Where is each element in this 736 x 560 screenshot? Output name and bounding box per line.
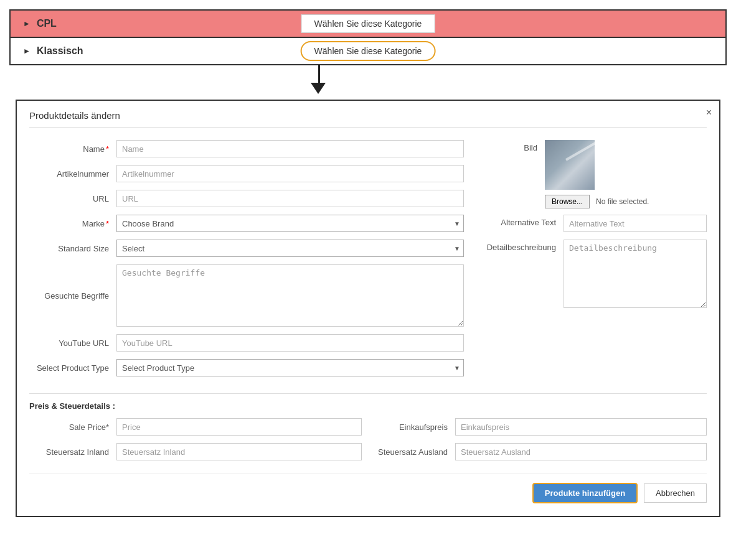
steuersatz-ausland-input[interactable]: [455, 443, 707, 460]
product-image-svg: [545, 140, 595, 190]
standard-size-label: Standard Size: [29, 244, 116, 253]
arrow-stem: [318, 65, 320, 84]
url-input[interactable]: [116, 190, 464, 207]
steuersatz-row: Steuersatz Inland Steuersatz Ausland: [29, 443, 707, 460]
youtube-label: YouTube URL: [29, 338, 116, 348]
name-input[interactable]: [116, 140, 464, 157]
category-row-cpl: ► CPL Wählen Sie diese Kategorie: [11, 11, 725, 37]
url-label: URL: [29, 194, 116, 203]
marke-label: Marke*: [29, 219, 116, 228]
browse-button[interactable]: Browse...: [545, 195, 590, 208]
modal-close-button[interactable]: ×: [706, 107, 712, 118]
steuersatz-ausland-label: Steuersatz Ausland: [374, 447, 455, 457]
product-type-select[interactable]: Select Product Type: [116, 359, 464, 376]
modal-footer: Produkte hinzufügen Abbrechen: [29, 473, 707, 503]
cancel-button[interactable]: Abbrechen: [644, 483, 707, 503]
youtube-row: YouTube URL: [29, 334, 464, 352]
price-section: Preis & Steuerdetails : Sale Price* Eink…: [29, 393, 707, 460]
standard-size-row: Standard Size Select ▼: [29, 240, 464, 257]
einkaufspreis-input[interactable]: [455, 418, 707, 436]
category-row-klassisch: ► Klassisch Wählen Sie diese Kategorie: [11, 37, 725, 64]
modal-title: Produktdetails ändern: [29, 110, 707, 128]
form-right: Bild: [483, 140, 707, 384]
gesuchte-row: Gesuchte Begriffe: [29, 264, 464, 327]
steuersatz-inland-input[interactable]: [116, 443, 362, 460]
marke-row: Marke* Choose Brand ▼: [29, 215, 464, 232]
brand-select-wrapper: Choose Brand ▼: [116, 215, 464, 232]
alt-text-label: Alternative Text: [483, 215, 564, 227]
price-section-title: Preis & Steuerdetails :: [29, 401, 707, 411]
detail-label: Detailbeschreibung: [483, 240, 564, 252]
product-type-select-wrapper: Select Product Type ▼: [116, 359, 464, 376]
gesuchte-label: Gesuchte Begriffe: [29, 291, 116, 301]
submit-button[interactable]: Produkte hinzufügen: [532, 483, 638, 503]
size-select-wrapper: Select ▼: [116, 240, 464, 257]
svg-point-1: [562, 144, 595, 166]
size-select[interactable]: Select: [116, 240, 464, 257]
name-label: Name*: [29, 144, 116, 154]
alt-text-row: Alternative Text: [483, 215, 707, 232]
name-row: Name*: [29, 140, 464, 157]
cpl-select-button[interactable]: Wählen Sie diese Kategorie: [301, 14, 435, 33]
sale-price-input[interactable]: [116, 418, 362, 436]
bild-section: Bild: [483, 140, 707, 190]
modal-dialog: Produktdetails ändern × Name* Artikelnum…: [16, 100, 720, 517]
browse-row: Browse... No file selected.: [483, 195, 707, 208]
detail-textarea[interactable]: [564, 240, 707, 308]
klassisch-arrow-icon: ►: [23, 47, 31, 55]
product-image: [545, 140, 595, 190]
sale-price-label: Sale Price*: [29, 422, 116, 432]
artikelnummer-row: Artikelnummer: [29, 165, 464, 182]
url-row: URL: [29, 190, 464, 207]
detail-row: Detailbeschreibung: [483, 240, 707, 308]
cpl-arrow-icon: ►: [23, 19, 31, 28]
arrow-indicator: [9, 65, 727, 96]
artikelnummer-input[interactable]: [116, 165, 464, 182]
alt-text-input[interactable]: [564, 215, 707, 232]
sale-price-left: Sale Price*: [29, 418, 362, 436]
cpl-label: CPL: [37, 18, 57, 29]
steuersatz-inland-left: Steuersatz Inland: [29, 443, 362, 460]
klassisch-label: Klassisch: [37, 45, 83, 57]
artikelnummer-label: Artikelnummer: [29, 169, 116, 179]
product-type-label: Select Product Type: [29, 363, 116, 373]
klassisch-select-button[interactable]: Wählen Sie diese Kategorie: [301, 41, 436, 61]
einkaufspreis-label: Einkaufspreis: [374, 422, 455, 432]
form-left: Name* Artikelnummer URL Marke*: [29, 140, 464, 384]
svg-rect-0: [545, 140, 595, 190]
no-file-label: No file selected.: [596, 197, 649, 206]
youtube-input[interactable]: [116, 334, 464, 352]
product-type-row: Select Product Type Select Product Type …: [29, 359, 464, 376]
gesuchte-textarea[interactable]: [116, 264, 464, 327]
steuersatz-inland-label: Steuersatz Inland: [29, 447, 116, 457]
bild-label: Bild: [483, 140, 545, 152]
arrow-head: [311, 83, 326, 94]
einkaufspreis-right: Einkaufspreis: [374, 418, 707, 436]
svg-point-2: [560, 152, 592, 172]
sale-price-row: Sale Price* Einkaufspreis: [29, 418, 707, 436]
brand-select[interactable]: Choose Brand: [116, 215, 464, 232]
steuersatz-ausland-right: Steuersatz Ausland: [374, 443, 707, 460]
